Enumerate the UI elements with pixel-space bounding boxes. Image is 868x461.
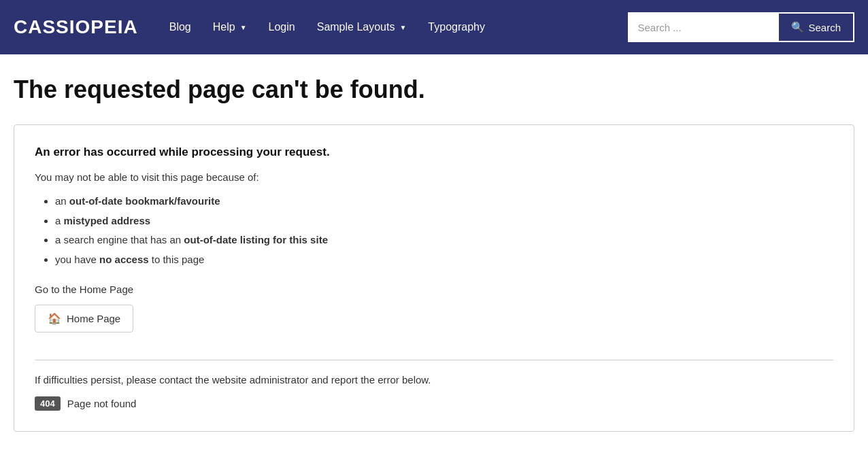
reason-4-bold: no access — [99, 254, 149, 265]
reason-3-prefix: a search engine that has an — [55, 234, 184, 245]
goto-text: Go to the Home Page — [35, 284, 833, 295]
reason-3-bold: out-of-date listing for this site — [184, 234, 328, 245]
nav-item-sample-layouts[interactable]: Sample Layouts ▼ — [306, 2, 418, 52]
list-item: you have no access to this page — [55, 252, 833, 268]
home-button-label: Home Page — [67, 313, 120, 324]
list-item: a mistyped address — [55, 214, 833, 229]
search-button-label: Search — [808, 22, 841, 33]
divider — [35, 360, 833, 360]
list-item: a search engine that has an out-of-date … — [55, 233, 833, 248]
reason-2-bold: mistyped address — [64, 215, 151, 226]
chevron-down-icon: ▼ — [240, 24, 247, 31]
error-badge-row: 404 Page not found — [35, 396, 833, 411]
site-header: CASSIOPEIA Blog Help ▼ Login Sample Layo… — [0, 0, 868, 54]
list-item: an out-of-date bookmark/favourite — [55, 194, 833, 209]
reason-1-prefix: an — [55, 195, 69, 207]
search-input[interactable] — [628, 12, 778, 42]
persist-text: If difficulties persist, please contact … — [35, 374, 833, 386]
main-content: The requested page can't be found. An er… — [0, 54, 868, 459]
nav-item-login[interactable]: Login — [258, 2, 306, 52]
nav-item-typography[interactable]: Typography — [417, 2, 496, 52]
reason-4-prefix: you have — [55, 254, 99, 265]
search-icon: 🔍 — [791, 21, 804, 33]
search-button[interactable]: 🔍 Search — [778, 12, 854, 42]
header-right: 🔍 Search — [628, 12, 854, 42]
error-box: An error has occurred while processing y… — [14, 124, 854, 432]
reason-2-prefix: a — [55, 215, 64, 226]
nav-label-login: Login — [269, 21, 295, 33]
nav-label-sample-layouts: Sample Layouts — [317, 21, 395, 33]
header-left: CASSIOPEIA Blog Help ▼ Login Sample Layo… — [14, 2, 496, 52]
home-page-button[interactable]: 🏠 Home Page — [35, 305, 133, 332]
error-heading: An error has occurred while processing y… — [35, 146, 833, 159]
nav-label-blog: Blog — [169, 21, 191, 33]
nav-item-help[interactable]: Help ▼ — [202, 2, 258, 52]
page-title: The requested page can't be found. — [14, 75, 854, 104]
nav-item-blog[interactable]: Blog — [158, 2, 202, 52]
site-title: CASSIOPEIA — [14, 16, 138, 38]
error-reasons-list: an out-of-date bookmark/favourite a mist… — [35, 194, 833, 267]
nav-label-help: Help — [213, 21, 235, 33]
main-nav: Blog Help ▼ Login Sample Layouts ▼ Typog… — [158, 2, 496, 52]
error-message-text: Page not found — [67, 398, 137, 409]
reason-1-bold: out-of-date bookmark/favourite — [69, 195, 220, 207]
chevron-down-icon-2: ▼ — [399, 24, 406, 31]
error-code-badge: 404 — [35, 396, 61, 411]
home-icon: 🏠 — [48, 312, 61, 325]
nav-label-typography: Typography — [428, 21, 485, 33]
error-intro: You may not be able to visit this page b… — [35, 171, 833, 183]
reason-4-suffix: to this page — [149, 254, 205, 265]
